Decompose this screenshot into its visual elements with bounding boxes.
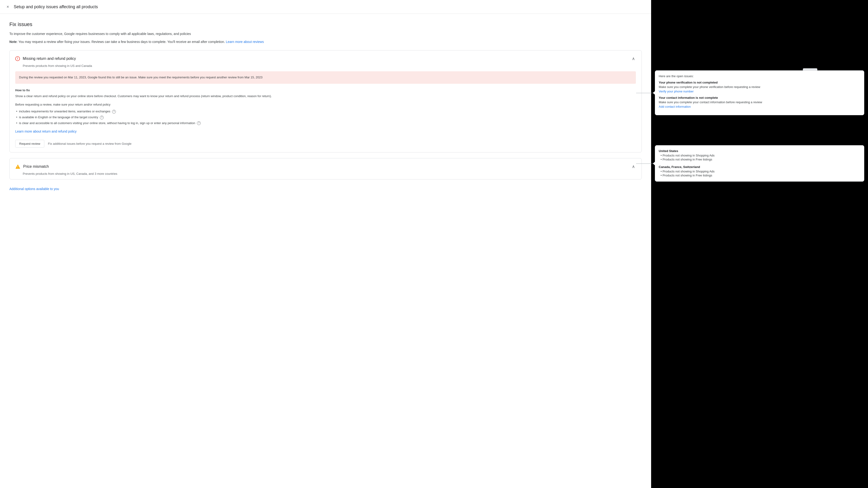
tooltip2-card: United States • Products not showing in … — [655, 145, 865, 181]
close-button[interactable]: × — [6, 4, 10, 10]
alert-box: During the review you requested on Mar 1… — [15, 71, 636, 84]
section-title: Fix issues — [9, 21, 642, 27]
main-description: To improve the customer experience, Goog… — [9, 31, 642, 36]
return-refund-title: Missing return and refund policy — [23, 57, 76, 61]
note-text: Note: You may request a review after fix… — [9, 39, 642, 44]
arrow-line-2 — [636, 164, 655, 164]
tooltip1-issue2-title: Your contact information is not complete — [659, 96, 861, 99]
price-mismatch-header: ! Price mismatch ∧ — [10, 159, 642, 172]
list-item: is available in English or the language … — [15, 115, 636, 120]
country1-bullet2: • Products not showing in Free listings — [659, 157, 861, 161]
list-item: includes requirements for unwanted items… — [15, 109, 636, 114]
tooltip1-header: Here are the open issues: — [659, 75, 861, 78]
modal-header: × Setup and policy issues affecting all … — [0, 0, 651, 14]
note-content: : You may request a review after fixing … — [17, 40, 226, 44]
note-bold: Note — [9, 40, 17, 44]
country2-bullet1: • Products not showing in Shopping Ads — [659, 170, 861, 173]
how-to-fix-label: How to fix — [15, 88, 636, 92]
tooltip2-container: United States • Products not showing in … — [655, 145, 865, 181]
return-refund-subtitle: Prevents products from showing in US and… — [10, 64, 642, 71]
fix-description: Show a clear return and refund policy on… — [15, 94, 636, 99]
learn-more-policy-link[interactable]: Learn more about return and refund polic… — [15, 130, 77, 133]
additional-options: Additional options available to you — [9, 185, 642, 191]
verify-phone-link[interactable]: Verify your phone number — [659, 90, 861, 93]
price-mismatch-title: Price mismatch — [23, 165, 49, 169]
request-review-button[interactable]: Request review — [15, 140, 44, 148]
help-icon-1[interactable]: ? — [112, 110, 116, 114]
country2-name: Canada, France, Switzerland — [659, 165, 861, 169]
tooltip1-card: Here are the open issues: Your phone ver… — [655, 70, 865, 115]
checklist-intro: Before requesting a review, make sure yo… — [15, 102, 636, 107]
tooltip1-issue2-desc: Make sure you complete your contact info… — [659, 101, 861, 104]
add-contact-link[interactable]: Add contact information — [659, 105, 861, 108]
issue-header-left-2: ! Price mismatch — [15, 164, 49, 169]
right-panel: Here are the open issues: Your phone ver… — [651, 0, 868, 488]
tooltip1-issue1-title: Your phone verification is not completed — [659, 81, 861, 84]
modal-body: Fix issues To improve the customer exper… — [0, 14, 651, 198]
learn-more-reviews-link[interactable]: Learn more about reviews — [226, 40, 264, 44]
issue-header-left: ! Missing return and refund policy — [15, 56, 76, 61]
list-item: is clear and accessible to all customers… — [15, 121, 636, 126]
collapse-button[interactable]: ∧ — [631, 55, 636, 62]
error-icon: ! — [15, 56, 20, 61]
svg-text:!: ! — [17, 165, 18, 169]
country2-bullet2: • Products not showing in Free listings — [659, 174, 861, 177]
help-icon-2[interactable]: ? — [100, 116, 104, 119]
checklist: includes requirements for unwanted items… — [15, 109, 636, 125]
collapse-button-2[interactable]: ∧ — [631, 163, 636, 170]
arrow-line-1 — [636, 93, 655, 93]
return-refund-header: ! Missing return and refund policy ∧ — [10, 51, 642, 64]
price-mismatch-subtitle: Prevents products from showing in US, Ca… — [10, 172, 642, 179]
country1-bullet1: • Products not showing in Shopping Ads — [659, 154, 861, 157]
country1-name: United States — [659, 149, 861, 153]
return-refund-card: ! Missing return and refund policy ∧ Pre… — [9, 50, 642, 152]
issue-footer: Request review Fix additional issues bef… — [10, 138, 642, 152]
help-icon-3[interactable]: ? — [197, 121, 201, 125]
modal-title: Setup and policy issues affecting all pr… — [14, 4, 98, 9]
footer-note: Fix additional issues before you request… — [48, 142, 131, 145]
warning-icon: ! — [15, 164, 21, 169]
additional-options-link[interactable]: Additional options available to you — [9, 187, 59, 191]
price-mismatch-card: ! Price mismatch ∧ Prevents products fro… — [9, 158, 642, 179]
return-refund-body: During the review you requested on Mar 1… — [10, 71, 642, 138]
tooltip1-issue1-desc: Make sure you complete your phone verifi… — [659, 85, 861, 89]
tooltip1-container: Here are the open issues: Your phone ver… — [655, 70, 865, 115]
